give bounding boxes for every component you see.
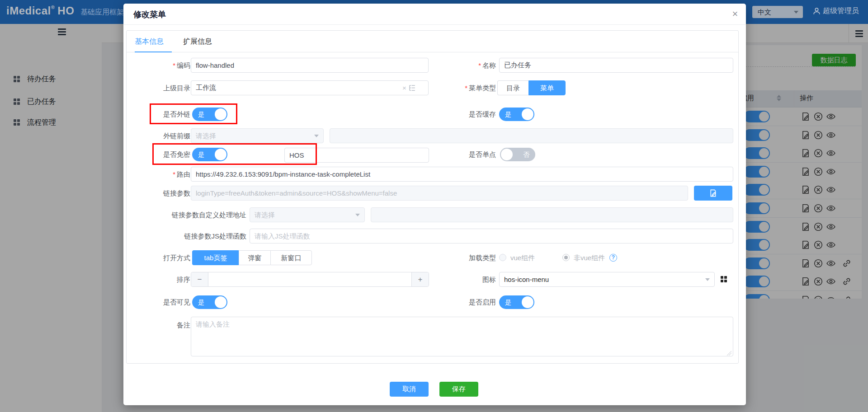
sort-label: 排序 xyxy=(127,272,190,287)
is-external-toggle[interactable]: 是 xyxy=(192,108,227,121)
chevron-down-icon xyxy=(355,214,360,216)
open-mode-popup[interactable]: 弹窗 xyxy=(239,250,270,265)
form-row: 备注 xyxy=(127,317,738,356)
user-name: 超级管理员 xyxy=(823,6,859,16)
form-row: 上级目录 × *菜单类型 目录 菜单 xyxy=(127,80,738,95)
is-external-label: 是否外链 xyxy=(127,108,190,121)
is-sso-toggle[interactable]: 否 xyxy=(500,148,535,161)
open-mode-tab[interactable]: tab页签 xyxy=(192,250,239,265)
enabled-toggle[interactable]: 是 xyxy=(499,295,534,309)
form-row: 链接参数 xyxy=(127,186,738,201)
load-type-nonvue-label: 非vue组件 xyxy=(574,250,605,265)
icon-picker-grid-icon[interactable] xyxy=(721,276,727,282)
decrease-button[interactable]: − xyxy=(191,272,208,286)
is-cache-label: 是否缓存 xyxy=(363,108,496,121)
form-row: *路由 xyxy=(127,167,738,182)
link-params-label: 链接参数 xyxy=(127,186,190,201)
form-row: 链接参数自定义处理地址 请选择 xyxy=(127,207,738,222)
is-free-auth-toggle[interactable]: 是 xyxy=(192,148,227,161)
icon-label: 图标 xyxy=(363,272,496,287)
menu-type-group: 目录 菜单 xyxy=(497,80,566,95)
tab-bar: 基本信息 扩展信息 xyxy=(127,31,738,52)
form-row: 是否可见 是 是否启用 是 xyxy=(127,295,738,309)
load-type-radio-vue[interactable] xyxy=(499,254,506,261)
link-custom-label: 链接参数自定义处理地址 xyxy=(127,207,246,222)
open-mode-group: tab页签 弹窗 新窗口 xyxy=(192,250,312,265)
name-input[interactable] xyxy=(499,58,733,73)
help-icon[interactable]: ? xyxy=(609,254,617,262)
form-row: *编码 *名称 xyxy=(127,58,738,73)
active-tab-indicator xyxy=(135,52,172,52)
open-mode-label: 打开方式 xyxy=(127,250,190,265)
is-cache-toggle[interactable]: 是 xyxy=(499,108,534,121)
menu-type-option-menu[interactable]: 菜单 xyxy=(528,80,566,95)
language-value: 中文 xyxy=(758,8,771,16)
remark-textarea[interactable] xyxy=(191,317,733,356)
load-type-vue-label: vue组件 xyxy=(510,250,535,265)
user-menu[interactable]: 超级管理员 xyxy=(813,6,859,16)
visible-toggle[interactable]: 是 xyxy=(192,295,227,309)
icon-select[interactable]: hos-icon-menu xyxy=(499,272,715,287)
divider xyxy=(123,24,746,25)
form-row: 外链前缀 请选择 xyxy=(127,128,738,143)
link-custom-input[interactable] xyxy=(371,207,733,222)
menu-type-label: *菜单类型 xyxy=(363,80,496,95)
load-type-radio-nonvue[interactable] xyxy=(562,254,570,261)
name-label: *名称 xyxy=(363,58,496,73)
remark-label: 备注 xyxy=(127,317,190,332)
link-custom-select[interactable]: 请选择 xyxy=(250,207,365,222)
chevron-down-icon xyxy=(705,278,710,281)
cancel-button[interactable]: 取消 xyxy=(390,382,429,397)
tab-basic-info[interactable]: 基本信息 xyxy=(135,31,164,52)
app-subtitle: 基础应用框架 xyxy=(80,8,124,17)
route-label: *路由 xyxy=(127,167,190,182)
code-label: *编码 xyxy=(127,58,190,73)
form-row: 是否免密 是 是否单点 否 xyxy=(127,148,738,163)
visible-label: 是否可见 xyxy=(127,295,190,309)
external-prefix-url-input[interactable] xyxy=(330,128,733,143)
language-select[interactable]: 中文 xyxy=(752,6,803,18)
close-icon[interactable]: × xyxy=(729,8,741,20)
parent-dir-label: 上级目录 xyxy=(127,80,190,95)
menu-type-option-dir[interactable]: 目录 xyxy=(497,80,528,95)
is-free-auth-label: 是否免密 xyxy=(127,148,190,161)
chevron-down-icon xyxy=(794,11,798,14)
app-logo: iMedical®HO xyxy=(6,5,74,17)
user-icon xyxy=(813,7,821,15)
form-row: 打开方式 tab页签 弹窗 新窗口 加载类型 vue组件 非vue组件 ? xyxy=(127,250,738,265)
edit-icon xyxy=(709,189,717,197)
open-mode-new-window[interactable]: 新窗口 xyxy=(270,250,312,265)
tab-extended-info[interactable]: 扩展信息 xyxy=(183,31,212,52)
external-prefix-label: 外链前缀 xyxy=(127,128,190,143)
link-js-input[interactable] xyxy=(250,229,733,243)
link-js-label: 链接参数JS处理函数 xyxy=(127,229,246,243)
edit-link-params-button[interactable] xyxy=(694,186,732,201)
enabled-label: 是否启用 xyxy=(363,295,496,309)
load-type-label: 加载类型 xyxy=(363,250,496,265)
dialog-title: 修改菜单 xyxy=(133,9,166,20)
form-row: 链接参数JS处理函数 xyxy=(127,229,738,243)
resize-handle[interactable] xyxy=(727,351,731,356)
form-row: 是否外链 是 是否缓存 是 xyxy=(127,108,738,121)
is-sso-label: 是否单点 xyxy=(363,148,496,161)
chevron-down-icon xyxy=(314,135,319,137)
save-button[interactable]: 保存 xyxy=(439,382,478,397)
external-prefix-select[interactable]: 请选择 xyxy=(191,128,324,143)
dialog-form-container: 基本信息 扩展信息 *编码 *名称 上级目录 × *菜单类型 目录 菜单 xyxy=(126,30,739,364)
link-params-input[interactable] xyxy=(191,186,688,201)
route-input[interactable] xyxy=(191,167,733,182)
edit-menu-dialog: 修改菜单 × 基本信息 扩展信息 *编码 *名称 上级目录 × *菜单类型 目录 xyxy=(123,4,746,405)
form-row: 排序 − + 图标 hos-icon-menu xyxy=(127,272,738,287)
